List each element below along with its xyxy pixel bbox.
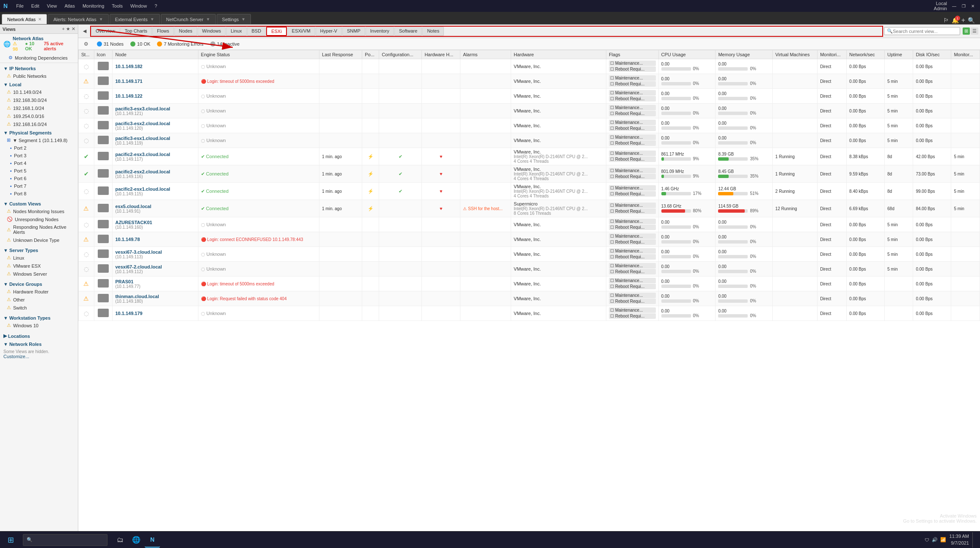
tab-esxi[interactable]: ESXi	[266, 27, 286, 36]
table-row[interactable]: ◌ pacific3-esx1.cloud.local (10.1.149.11…	[79, 133, 980, 148]
grid-view-icon[interactable]: ⊞	[963, 27, 970, 35]
sidebar-item-segment1[interactable]: ⊞ ▼ Segment 1 (10.1.149.8)	[0, 136, 78, 144]
table-row[interactable]: ◌ AZURESTACK01 (10.1.149.160) ◌ Unknown …	[79, 217, 980, 232]
table-row[interactable]: ◌ vesxi67-2.cloud.local (10.1.149.112) ◌…	[79, 262, 980, 277]
taskbar-notifications-area[interactable]: 🛡 🔊 📶	[925, 537, 946, 543]
sidebar-item-port3[interactable]: ▪ Port 3	[0, 152, 78, 159]
col-uptime[interactable]: Uptime	[885, 50, 913, 59]
col-status[interactable]: St...	[79, 50, 94, 59]
sidebar-item-192-168-16[interactable]: ⚠ 192.168.16.0/24	[0, 120, 78, 128]
col-icon[interactable]: Icon	[94, 50, 113, 59]
menu-edit[interactable]: Edit	[28, 3, 43, 9]
menu-atlas[interactable]: Atlas	[61, 3, 78, 9]
col-cpu-usage[interactable]: CPU Usage	[658, 50, 716, 59]
sidebar-item-active-alerts[interactable]: ⚠ Responding Nodes Active Alerts	[0, 223, 78, 236]
taskbar-app-netcrunch[interactable]: N	[145, 532, 160, 548]
sidebar-item-port2[interactable]: ▪ Port 2	[0, 144, 78, 152]
sidebar-section-local[interactable]: ▼ Local	[0, 80, 78, 88]
sidebar-section-workstation[interactable]: ▼ Workstation Types	[0, 313, 78, 321]
tab-alerts-close[interactable]: ▼	[99, 17, 103, 22]
col-hardware-h[interactable]: Hardware H...	[422, 50, 460, 59]
sidebar-section-physical[interactable]: ▼ Physical Segments	[0, 128, 78, 136]
sidebar-section-network-roles[interactable]: ▼ Network Roles	[0, 340, 78, 348]
sidebar-item-192-168-1[interactable]: ⚠ 192.168.1.0/24	[0, 104, 78, 112]
tab-nodes[interactable]: Nodes	[174, 27, 197, 36]
col-disk-io[interactable]: Disk IO/sec	[913, 50, 951, 59]
sidebar-item-port8[interactable]: ▪ Port 8	[0, 190, 78, 197]
menu-window[interactable]: Window	[127, 3, 150, 9]
taskbar-search[interactable]: 🔍	[23, 534, 107, 546]
table-row[interactable]: ◌ 10.1.149.179 ◌ Unknown VMware, Inc. ☐ …	[79, 306, 980, 321]
tab-network-atlas[interactable]: Network Atlas ✕	[2, 14, 47, 24]
table-row[interactable]: ⚠ PRAS01 (10.1.149.77) 🔴 Login: timeout …	[79, 277, 980, 291]
tab-alerts[interactable]: Alerts: Network Atlas ▼	[48, 14, 108, 24]
start-button[interactable]: ⊞	[0, 532, 21, 548]
sidebar-item-port7[interactable]: ▪ Port 7	[0, 182, 78, 190]
tab-hyper-v[interactable]: Hyper-V	[316, 27, 342, 36]
tab-linux[interactable]: Linux	[226, 27, 246, 36]
sidebar-item-hardware-router[interactable]: ⚠ Hardware Router	[0, 288, 78, 296]
notification-bell-icon[interactable]: 🔔 1	[952, 17, 959, 24]
col-memory-usage[interactable]: Memory Usage	[716, 50, 773, 59]
tab-network-atlas-close[interactable]: ✕	[38, 17, 41, 22]
table-row[interactable]: ◌ 10.1.149.182 ◌ Unknown VMware, Inc. ☐ …	[79, 59, 980, 74]
search-button[interactable]: 🔍	[968, 17, 975, 24]
table-row[interactable]: ◌ pacific3-esx3.cloud.local (10.1.149.12…	[79, 104, 980, 118]
sidebar-item-public-networks[interactable]: ⚠ Public Networks	[0, 72, 78, 80]
col-virtual-machines[interactable]: Virtual Machines	[773, 50, 818, 59]
col-monitor[interactable]: Monitor...	[951, 50, 980, 59]
tab-overview[interactable]: Overview	[91, 27, 120, 36]
table-row[interactable]: ✔ pacific2-esx2.cloud.local (10.1.149.11…	[79, 165, 980, 183]
sidebar-item-vmware-esx[interactable]: ⚠ VMware ESX	[0, 262, 78, 270]
search-input[interactable]	[893, 29, 957, 34]
sidebar-item-linux[interactable]: ⚠ Linux	[0, 254, 78, 262]
sidebar-item-switch[interactable]: ⚠ Switch	[0, 304, 78, 312]
sidebar-item-10-1-149[interactable]: ⚠ 10.1.149.0/24	[0, 88, 78, 96]
col-flags[interactable]: Flags	[606, 50, 658, 59]
menu-monitoring[interactable]: Monitoring	[79, 3, 107, 9]
tab-snmp[interactable]: SNMP	[342, 27, 365, 36]
sidebar-item-windows10[interactable]: ⚠ Windows 10	[0, 321, 78, 329]
taskbar-show-desktop[interactable]	[972, 532, 975, 548]
col-network-sec[interactable]: Network/sec	[847, 50, 885, 59]
flag-icon[interactable]: 🏳	[943, 17, 949, 24]
col-alarms[interactable]: Alarms	[460, 50, 511, 59]
sidebar-item-windows-server[interactable]: ⚠ Windows Server	[0, 270, 78, 278]
maximize-button[interactable]: ❐	[960, 3, 967, 9]
toolbar-settings-btn[interactable]: ⚙	[82, 40, 90, 48]
customize-link[interactable]: Customize...	[3, 354, 29, 359]
sidebar-item-192-168-30[interactable]: ⚠ 192.168.30.0/24	[0, 96, 78, 104]
menu-help[interactable]: ?	[151, 3, 160, 9]
sidebar-section-custom-views[interactable]: ▼ Custom Views	[0, 199, 78, 207]
tab-bsd[interactable]: BSD	[247, 27, 266, 36]
tab-software[interactable]: Software	[394, 27, 422, 36]
sidebar-item-port6[interactable]: ▪ Port 6	[0, 175, 78, 182]
minimize-button[interactable]: —	[950, 3, 958, 9]
tab-flows[interactable]: Flows	[152, 27, 174, 36]
sidebar-item-unknown-device[interactable]: ⚠ Unknown Device Type	[0, 236, 78, 244]
col-monitoring[interactable]: Monitori...	[818, 50, 847, 59]
table-row[interactable]: ⚠ thinman.cloud.local (10.1.149.180) 🔴 L…	[79, 291, 980, 306]
sidebar-item-port5[interactable]: ▪ Port 5	[0, 167, 78, 175]
back-button[interactable]: ◀	[80, 27, 89, 36]
tab-top-charts[interactable]: Top Charts	[120, 27, 152, 36]
list-view-icon[interactable]: ☰	[971, 27, 978, 35]
tab-inventory[interactable]: Inventory	[366, 27, 394, 36]
sidebar-section-locations[interactable]: ▶ Locations	[0, 331, 78, 340]
table-row[interactable]: ◌ vesxi67-3.cloud.local (10.1.149.113) ◌…	[79, 247, 980, 262]
tab-netcrunch-server[interactable]: NetCrunch Server ▼	[161, 14, 216, 24]
tab-external-events-close[interactable]: ▼	[150, 17, 154, 22]
add-view-icon[interactable]: +	[62, 26, 65, 32]
tab-esxivm[interactable]: ESXi/VM	[287, 27, 315, 36]
tab-external-events[interactable]: External Events ▼	[110, 14, 160, 24]
table-row[interactable]: ◌ pacific3-esx2.cloud.local (10.1.149.12…	[79, 118, 980, 133]
taskbar-app-files[interactable]: 🗂	[113, 532, 128, 548]
table-row[interactable]: ◌ pacific2-esx1.cloud.local (10.1.149.11…	[79, 183, 980, 200]
col-configuration[interactable]: Configuration...	[379, 50, 422, 59]
sidebar-item-unresponding[interactable]: 🚫 Unresponding Nodes	[0, 215, 78, 223]
new-tab-button[interactable]: +	[961, 16, 965, 24]
taskbar-app-browser[interactable]: 🌐	[129, 532, 144, 548]
close-button[interactable]: ✕	[969, 3, 977, 9]
table-row[interactable]: ◌ 10.1.149.122 ◌ Unknown VMware, Inc. ☐ …	[79, 89, 980, 104]
table-row[interactable]: ⚠ 10.1.149.171 🔴 Login: timeout of 5000m…	[79, 74, 980, 89]
